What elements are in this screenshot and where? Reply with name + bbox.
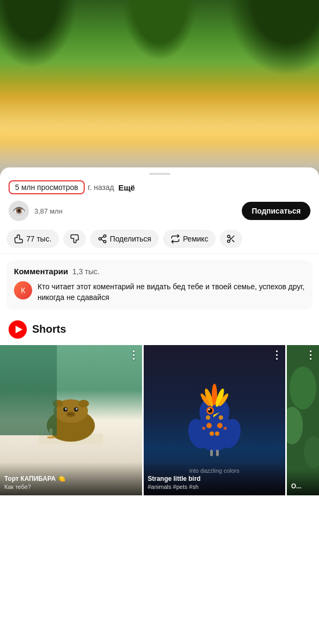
share-button[interactable]: Поделиться [90, 230, 159, 248]
comment-item: К Кто читает этот коментарий не видать б… [14, 281, 305, 303]
scissors-icon [226, 234, 236, 244]
svg-point-20 [76, 408, 78, 409]
bird-svg [182, 383, 247, 458]
svg-line-8 [232, 240, 234, 242]
svg-point-6 [228, 240, 231, 243]
short-title-3: О... [291, 482, 315, 491]
short-title-2: Strange little bird [148, 475, 281, 484]
short-menu-1[interactable]: ⋮ [128, 348, 139, 361]
svg-line-4 [101, 237, 103, 238]
content-card: 5 млн просмотров г. назад Ещё 👁️ 3,87 мл… [0, 167, 319, 506]
share-icon [98, 234, 107, 244]
svg-rect-46 [210, 450, 213, 456]
like-count: 77 тыс. [26, 235, 51, 243]
cut-button[interactable] [220, 230, 242, 248]
time-ago: г. назад [88, 183, 114, 192]
video-meta-row: 5 млн просмотров г. назад Ещё [0, 178, 319, 197]
dislike-button[interactable] [63, 230, 86, 248]
shorts-label: Shorts [32, 323, 66, 335]
channel-info: 3,87 млн [34, 207, 236, 215]
channel-row: 👁️ 3,87 млн Подписаться [0, 197, 319, 226]
subscriber-count: 3,87 млн [34, 207, 236, 215]
svg-point-49 [290, 367, 316, 409]
comments-count: 1,3 тыс. [72, 267, 100, 276]
shorts-logo-icon [9, 320, 27, 339]
thumbs-up-icon [14, 234, 24, 244]
short-card-1[interactable]: ⋮ Торт КАПИБАРА 🍋 Как тебе? [0, 345, 144, 495]
svg-point-38 [206, 415, 210, 420]
subscribe-button[interactable]: Подписаться [242, 202, 310, 220]
short-caption-1: Торт КАПИБАРА 🍋 Как тебе? [0, 462, 142, 495]
svg-point-16 [78, 400, 89, 407]
channel-avatar[interactable]: 👁️ [9, 201, 29, 221]
short-card-2[interactable]: into dazzling colors ⋮ Strange little bi… [144, 345, 287, 495]
svg-rect-47 [216, 450, 219, 456]
svg-point-5 [228, 235, 231, 238]
svg-point-36 [210, 431, 214, 436]
share-label: Поделиться [110, 235, 151, 243]
comments-header: Комментарии 1,3 тыс. [14, 267, 305, 276]
short-card-3[interactable]: ⋮ О... [287, 345, 319, 495]
svg-point-19 [65, 408, 67, 409]
remix-icon [170, 234, 180, 244]
like-button[interactable]: 77 тыс. [6, 230, 59, 248]
svg-point-37 [215, 431, 219, 436]
short-subtitle-1: Как тебе? [4, 483, 138, 491]
comments-section[interactable]: Комментарии 1,3 тыс. К Кто читает этот к… [6, 260, 313, 310]
remix-button[interactable]: Ремикс [163, 230, 216, 248]
svg-point-44 [208, 408, 210, 410]
svg-rect-24 [47, 436, 55, 438]
svg-point-39 [219, 415, 223, 420]
svg-line-9 [229, 237, 231, 239]
pull-bar [149, 173, 170, 175]
hero-image [0, 0, 319, 177]
short-subtitle-2: #animals #pets #sh [148, 483, 281, 491]
short-caption-2: Strange little bird #animals #pets #sh [144, 462, 286, 495]
svg-point-34 [206, 423, 212, 428]
more-button[interactable]: Ещё [118, 183, 135, 192]
short-title-1: Торт КАПИБАРА 🍋 [4, 475, 138, 484]
svg-point-35 [217, 423, 222, 428]
svg-point-40 [202, 427, 205, 430]
short-caption-3: О... [287, 470, 319, 495]
svg-point-2 [103, 240, 106, 243]
avatar-letter: К [21, 286, 25, 295]
shorts-section: Shorts [0, 320, 319, 495]
svg-point-1 [99, 238, 101, 240]
comments-title: Комментарии [14, 267, 68, 276]
comment-text: Кто читает этот коментарий не видать бед… [38, 281, 305, 303]
svg-point-0 [103, 235, 106, 238]
action-bar: 77 тыс. Поделиться Ремикс [0, 226, 319, 254]
commenter-avatar: К [14, 281, 32, 299]
avatar-icon: 👁️ [12, 204, 26, 217]
curtain-bg [0, 345, 57, 435]
svg-line-3 [101, 239, 103, 241]
remix-label: Ремикс [183, 235, 208, 243]
svg-point-41 [224, 427, 227, 430]
short-menu-2[interactable]: ⋮ [271, 348, 282, 361]
pull-indicator [0, 167, 319, 178]
thumbs-down-icon [70, 234, 79, 244]
shorts-header: Shorts [0, 320, 319, 345]
shorts-grid: ⋮ Торт КАПИБАРА 🍋 Как тебе? [0, 345, 319, 495]
views-badge: 5 млн просмотров [9, 180, 85, 194]
short-menu-3[interactable]: ⋮ [305, 348, 316, 361]
